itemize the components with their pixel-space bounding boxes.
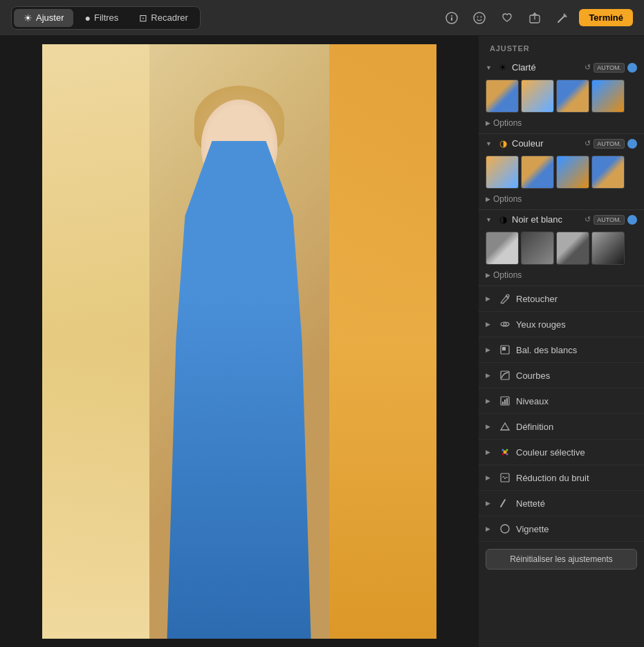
- reset-button[interactable]: Réinitialiser les ajustements: [486, 549, 637, 570]
- couleur-icon: ◑: [497, 138, 509, 149]
- svg-rect-27: [501, 473, 509, 482]
- panel-header: AJUSTER: [479, 36, 644, 58]
- yeux-label: Yeux rouges: [516, 319, 637, 330]
- panel-title: AJUSTER: [490, 44, 530, 53]
- couleur-thumb-3[interactable]: [556, 156, 589, 189]
- noir-blanc-reset[interactable]: ↺: [585, 215, 591, 224]
- tab-filtres-label: Filtres: [94, 12, 118, 23]
- svg-point-14: [504, 323, 506, 326]
- couleur-thumb-4[interactable]: [591, 156, 625, 189]
- nb-thumb-1[interactable]: [486, 232, 519, 265]
- share-button[interactable]: [524, 7, 546, 29]
- done-button[interactable]: Terminé: [579, 9, 633, 26]
- wand-icon: [556, 12, 569, 24]
- clarte-header[interactable]: ▼ ☀ Clarté ↺ AUTOM.: [479, 58, 644, 77]
- rbruit-icon: [498, 471, 512, 485]
- reset-container: Réinitialiser les ajustements: [479, 542, 644, 581]
- svg-rect-20: [504, 400, 506, 404]
- bal-chevron: ▶: [486, 346, 494, 353]
- svg-rect-16: [502, 347, 506, 350]
- clarte-options-label: Options: [493, 118, 522, 128]
- tab-filtres[interactable]: ● Filtres: [75, 9, 128, 27]
- couleur-reset[interactable]: ↺: [585, 139, 591, 148]
- noir-blanc-options-label: Options: [493, 270, 522, 280]
- nb-thumb-2[interactable]: [521, 232, 554, 265]
- clarte-thumbs: [479, 77, 644, 117]
- couleur-auto[interactable]: AUTOM.: [594, 139, 625, 149]
- face-detection-button[interactable]: [468, 7, 490, 29]
- rbruit-chevron: ▶: [486, 474, 494, 481]
- couleur-options[interactable]: ▶ Options: [479, 193, 644, 209]
- right-panel: AJUSTER ▼ ☀ Clarté ↺ AUTOM.: [478, 36, 644, 647]
- clarte-thumb-2[interactable]: [521, 79, 554, 113]
- noir-blanc-header[interactable]: ▼ ◑ Noir et blanc ↺ AUTOM.: [479, 210, 644, 229]
- noir-blanc-icon: ◑: [497, 214, 509, 225]
- couleur-header[interactable]: ▼ ◑ Couleur ↺ AUTOM.: [479, 134, 644, 153]
- svg-point-24: [506, 449, 508, 451]
- nettete-label: Netteté: [516, 498, 637, 509]
- tab-recadrer-label: Recadrer: [151, 12, 187, 23]
- clarte-auto-label: AUTOM.: [597, 64, 621, 71]
- retoucher-item[interactable]: ▶ Retoucher: [479, 286, 644, 312]
- yeux-rouges-item[interactable]: ▶ Yeux rouges: [479, 312, 644, 337]
- svg-point-32: [501, 525, 509, 533]
- noir-blanc-auto[interactable]: AUTOM.: [594, 215, 625, 225]
- couleur-selective-item[interactable]: ▶ Couleur sélective: [479, 440, 644, 465]
- tab-ajuster[interactable]: ☀ Ajuster: [14, 9, 73, 27]
- clarte-thumb-1[interactable]: [486, 79, 519, 113]
- retoucher-chevron: ▶: [486, 295, 494, 302]
- noir-blanc-thumbs: [479, 229, 644, 269]
- filtres-icon: ●: [84, 12, 90, 24]
- clarte-options-chevron: ▶: [486, 120, 490, 126]
- courbes-icon: [498, 368, 512, 382]
- toolbar-tab-group: ☀ Ajuster ● Filtres ⊡ Recadrer: [11, 6, 201, 30]
- noir-blanc-toggle[interactable]: [627, 215, 637, 225]
- bal-blancs-item[interactable]: ▶ Bal. des blancs: [479, 337, 644, 363]
- nb-thumb-3[interactable]: [556, 232, 589, 265]
- nb-thumb-4[interactable]: [591, 232, 625, 265]
- courbes-item[interactable]: ▶ Courbes: [479, 363, 644, 388]
- csel-icon: [498, 445, 512, 459]
- couleur-controls: ↺ AUTOM.: [585, 139, 637, 149]
- niveaux-icon: [498, 394, 512, 408]
- reduction-bruit-item[interactable]: ▶ Réduction du bruit: [479, 465, 644, 491]
- clarte-reset[interactable]: ↺: [585, 63, 591, 72]
- face-icon: [473, 12, 486, 24]
- svg-point-4: [477, 16, 479, 17]
- couleur-thumb-1[interactable]: [486, 156, 519, 189]
- clarte-options[interactable]: ▶ Options: [479, 117, 644, 133]
- share-icon: [528, 12, 541, 24]
- couleur-thumb-2[interactable]: [521, 156, 554, 189]
- couleur-toggle[interactable]: [627, 139, 637, 149]
- tab-recadrer[interactable]: ⊡ Recadrer: [129, 9, 197, 27]
- noir-blanc-options[interactable]: ▶ Options: [479, 269, 644, 285]
- bal-label: Bal. des blancs: [516, 345, 637, 355]
- definition-item[interactable]: ▶ Définition: [479, 414, 644, 440]
- noir-blanc-chevron: ▼: [486, 216, 494, 223]
- couleur-section: ▼ ◑ Couleur ↺ AUTOM.: [479, 134, 644, 210]
- vignette-chevron: ▶: [486, 525, 494, 532]
- info-button[interactable]: [441, 7, 463, 29]
- svg-line-8: [558, 16, 564, 22]
- nettete-item[interactable]: ▶ Netteté: [479, 491, 644, 516]
- clarte-thumb-3[interactable]: [556, 79, 589, 113]
- magic-button[interactable]: [551, 7, 573, 29]
- panel-body[interactable]: ▼ ☀ Clarté ↺ AUTOM.: [479, 58, 644, 647]
- vignette-item[interactable]: ▶ Vignette: [479, 516, 644, 542]
- heart-icon: [501, 12, 513, 24]
- favorite-button[interactable]: [496, 7, 518, 29]
- definition-chevron: ▶: [486, 423, 494, 430]
- clarte-auto[interactable]: AUTOM.: [594, 63, 625, 73]
- couleur-thumbs: [479, 153, 644, 193]
- couleur-options-chevron: ▶: [486, 196, 490, 203]
- clarte-thumb-4[interactable]: [591, 79, 625, 113]
- svg-point-25: [502, 453, 504, 456]
- niveaux-item[interactable]: ▶ Niveaux: [479, 388, 644, 414]
- clarte-toggle[interactable]: [627, 63, 637, 73]
- vignette-icon: [498, 522, 512, 536]
- vignette-label: Vignette: [516, 524, 637, 534]
- definition-icon: [498, 420, 512, 433]
- svg-line-30: [505, 477, 506, 479]
- retoucher-icon: [498, 292, 512, 306]
- svg-rect-21: [506, 398, 508, 404]
